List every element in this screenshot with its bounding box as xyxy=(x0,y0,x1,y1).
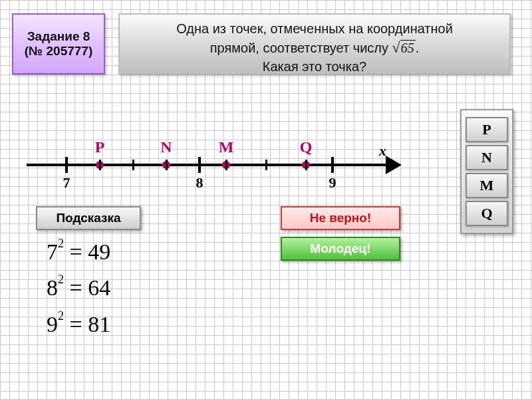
answer-panel: PNMQ xyxy=(460,109,513,234)
axis-label: x xyxy=(379,142,386,160)
correct-feedback: Молодец! xyxy=(281,237,400,261)
point-label-Q: Q xyxy=(300,138,313,156)
tick-minor xyxy=(265,160,267,170)
sqrt-expression: √65 xyxy=(392,38,416,58)
answer-button-N[interactable]: N xyxy=(466,145,508,170)
tick-minor xyxy=(132,160,134,170)
point-label-P: P xyxy=(95,138,105,156)
number-line: x 789 PNMQ xyxy=(27,133,399,193)
question-box: Одна из точек, отмеченных на координатно… xyxy=(118,13,511,74)
point-tick xyxy=(225,160,227,170)
wrong-feedback: Не верно! xyxy=(281,206,400,230)
answer-button-P[interactable]: P xyxy=(466,117,508,142)
hint-button[interactable]: Подсказка xyxy=(36,206,141,230)
hint-equation: 82 = 64 xyxy=(47,270,110,306)
tick-major xyxy=(198,157,201,173)
hint-equation: 92 = 81 xyxy=(47,307,110,342)
task-number: (№ 205777) xyxy=(25,44,93,59)
hint-equation: 72 = 49 xyxy=(47,234,110,270)
point-label-M: M xyxy=(219,138,234,156)
answer-button-Q[interactable]: Q xyxy=(466,201,508,226)
tick-label: 9 xyxy=(329,174,336,192)
axis-arrow xyxy=(386,156,402,174)
answer-button-M[interactable]: M xyxy=(466,173,508,198)
tick-major xyxy=(65,157,68,173)
tick-major xyxy=(331,157,334,173)
hint-equations: 72 = 4982 = 6492 = 81 xyxy=(47,234,110,342)
tick-label: 7 xyxy=(63,174,70,192)
question-line1a: Одна из точек, отмеченных на координатно… xyxy=(176,21,453,36)
task-title: Задание 8 xyxy=(27,29,90,44)
point-label-N: N xyxy=(160,138,172,156)
point-tick xyxy=(305,160,307,170)
question-line1b: прямой, соответствует числу xyxy=(210,41,392,55)
radicand: 65 xyxy=(400,40,416,55)
task-badge: Задание 8 (№ 205777) xyxy=(12,13,105,74)
question-line2: Какая это точка? xyxy=(129,58,500,76)
tick-label: 8 xyxy=(196,174,203,192)
point-tick xyxy=(99,160,101,170)
point-tick xyxy=(166,160,168,170)
